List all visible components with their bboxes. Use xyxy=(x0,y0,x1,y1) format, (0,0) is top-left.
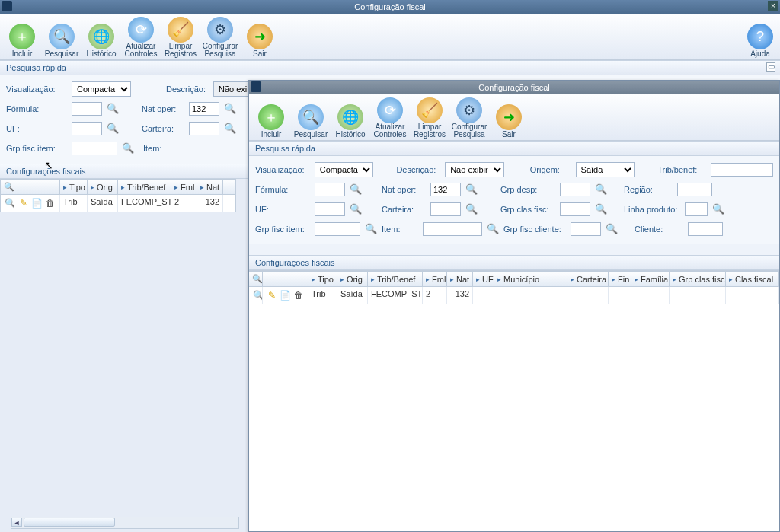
carteira-input[interactable] xyxy=(430,202,461,216)
col-familia[interactable]: ▸Família xyxy=(631,272,670,286)
linhaprod-input[interactable] xyxy=(685,202,708,216)
tribbenef-input[interactable] xyxy=(711,163,773,177)
grpclasfisc-lookup-icon[interactable]: 🔍 xyxy=(595,203,607,215)
col-fml[interactable]: ▸Fml xyxy=(423,272,447,286)
col-uf[interactable]: ▸UF xyxy=(473,272,494,286)
table-row[interactable]: 🔍 ✎ 📄 🗑 Trib Saída FECOMP_ST 2 132 xyxy=(249,287,779,304)
limpar-button[interactable]: 🧹Limpar Registros xyxy=(412,97,447,139)
visualizacao-select[interactable]: Compacta xyxy=(72,81,131,97)
row-copy-icon[interactable]: 📄 xyxy=(280,289,292,301)
item-input[interactable] xyxy=(423,222,482,236)
formula-lookup-icon[interactable]: 🔍 xyxy=(350,183,362,196)
incluir-label: Incluir xyxy=(261,130,282,139)
grpfisccli-lookup-icon[interactable]: 🔍 xyxy=(606,223,618,235)
limpar-button[interactable]: 🧹Limpar Registros xyxy=(163,17,198,58)
col-fin[interactable]: ▸Fin xyxy=(609,272,631,286)
app-icon xyxy=(2,1,12,11)
col-search[interactable]: 🔍 xyxy=(1,180,14,194)
row-edit-icon[interactable]: ✎ xyxy=(266,289,278,301)
carteira-input[interactable] xyxy=(189,122,219,135)
grpfiscitem-input[interactable] xyxy=(315,222,360,236)
grpfiscitem-lookup-icon[interactable]: 🔍 xyxy=(365,223,377,235)
natoper-input[interactable] xyxy=(430,183,461,196)
ajuda-button[interactable]: ?Ajuda xyxy=(745,24,775,58)
atualizar-button[interactable]: ⟳Atualizar Controles xyxy=(123,17,158,58)
cell-tipo: Trib xyxy=(308,287,337,304)
col-grpclasfisc[interactable]: ▸Grp clas fisc xyxy=(670,272,726,286)
uf-input[interactable] xyxy=(315,202,345,216)
col-tribbenef[interactable]: ▸Trib/Benef xyxy=(118,180,171,194)
grpfisc-input[interactable] xyxy=(72,142,117,155)
col-nat[interactable]: ▸Nat xyxy=(447,272,473,286)
col-clasfiscal[interactable]: ▸Clas fiscal xyxy=(726,272,779,286)
linhaprod-lookup-icon[interactable]: 🔍 xyxy=(712,203,724,215)
incluir-button[interactable]: ＋Incluir xyxy=(5,24,40,58)
pesquisar-button[interactable]: 🔍Pesquisar xyxy=(293,104,328,139)
table-row[interactable]: 🔍 ✎ 📄 🗑 Trib Saída FECOMP_ST 2 132 xyxy=(0,195,236,212)
natoper-input[interactable] xyxy=(189,102,219,116)
col-carteira[interactable]: ▸Carteira xyxy=(567,272,609,286)
incluir-button[interactable]: ＋Incluir xyxy=(254,104,289,139)
col-orig[interactable]: ▸Orig xyxy=(337,272,368,286)
col-nat[interactable]: ▸Nat xyxy=(197,180,223,194)
row-delete-icon[interactable]: 🗑 xyxy=(292,289,305,301)
carteira-lookup-icon[interactable]: 🔍 xyxy=(465,203,478,215)
horizontal-scrollbar[interactable]: ◄ xyxy=(11,517,239,529)
natoper-lookup-icon[interactable]: 🔍 xyxy=(465,183,478,196)
exit-icon: ➜ xyxy=(247,24,273,49)
formula-lookup-icon[interactable]: 🔍 xyxy=(107,103,119,115)
sair-button[interactable]: ➜Sair xyxy=(242,24,277,58)
regiao-input[interactable] xyxy=(677,183,712,196)
col-actions xyxy=(263,272,308,286)
origem-select[interactable]: Saída xyxy=(576,162,635,177)
scroll-thumb[interactable] xyxy=(24,518,115,527)
row-copy-icon[interactable]: 📄 xyxy=(31,197,43,209)
uf-lookup-icon[interactable]: 🔍 xyxy=(350,203,362,215)
item-lookup-icon[interactable]: 🔍 xyxy=(487,223,499,235)
child-window: Configuração fiscal ＋Incluir 🔍Pesquisar … xyxy=(248,80,780,532)
row-search-icon[interactable]: 🔍 xyxy=(252,289,263,301)
row-delete-icon[interactable]: 🗑 xyxy=(44,197,56,209)
col-search[interactable]: 🔍 xyxy=(249,272,263,286)
search-icon: 🔍 xyxy=(298,104,324,130)
historico-button[interactable]: 🌐Histórico xyxy=(84,24,119,58)
grpfisc-lookup-icon[interactable]: 🔍 xyxy=(122,142,134,155)
col-fml[interactable]: ▸Fml xyxy=(171,180,197,194)
pesquisar-button[interactable]: 🔍Pesquisar xyxy=(44,24,79,58)
grpclasfisc-input[interactable] xyxy=(560,202,590,216)
visualizacao-select[interactable]: Compacta xyxy=(315,162,374,177)
natoper-lookup-icon[interactable]: 🔍 xyxy=(224,103,236,115)
cell-familia xyxy=(631,287,670,304)
col-orig[interactable]: ▸Orig xyxy=(88,180,118,194)
formula-input[interactable] xyxy=(72,102,102,116)
pesquisar-label: Pesquisar xyxy=(294,130,328,139)
formula-input[interactable] xyxy=(315,183,345,196)
configurar-button[interactable]: ⚙Configurar Pesquisa xyxy=(203,17,238,58)
natoper-label: Nat oper: xyxy=(142,104,184,113)
sair-button[interactable]: ➜Sair xyxy=(491,104,526,139)
carteira-label: Carteira: xyxy=(142,124,184,133)
cliente-input[interactable] xyxy=(688,222,723,236)
collapse-icon[interactable]: ▭ xyxy=(766,62,775,72)
scroll-left-icon[interactable]: ◄ xyxy=(11,518,22,527)
uf-input[interactable] xyxy=(72,122,102,135)
grpdesp-lookup-icon[interactable]: 🔍 xyxy=(595,183,607,196)
grpfisccli-input[interactable] xyxy=(571,222,601,236)
grpfisc-label: Grp fisc item: xyxy=(6,144,67,153)
carteira-lookup-icon[interactable]: 🔍 xyxy=(224,123,236,135)
config-fiscais-label: Configurações fiscais xyxy=(6,167,86,176)
col-municipio[interactable]: ▸Município xyxy=(494,272,567,286)
descricao-select[interactable]: Não exibir xyxy=(445,162,504,177)
col-tipo[interactable]: ▸Tipo xyxy=(60,180,88,194)
row-search-icon[interactable]: 🔍 xyxy=(4,197,14,209)
uf-lookup-icon[interactable]: 🔍 xyxy=(107,123,119,135)
sair-label: Sair xyxy=(502,130,516,139)
historico-button[interactable]: 🌐Histórico xyxy=(333,104,368,139)
close-icon[interactable]: × xyxy=(768,1,778,11)
col-tipo[interactable]: ▸Tipo xyxy=(308,272,337,286)
atualizar-button[interactable]: ⟳Atualizar Controles xyxy=(372,97,408,139)
configurar-button[interactable]: ⚙Configurar Pesquisa xyxy=(452,97,487,139)
row-edit-icon[interactable]: ✎ xyxy=(18,197,30,209)
grpdesp-input[interactable] xyxy=(560,183,590,196)
col-trib[interactable]: ▸Trib/Benef xyxy=(368,272,423,286)
